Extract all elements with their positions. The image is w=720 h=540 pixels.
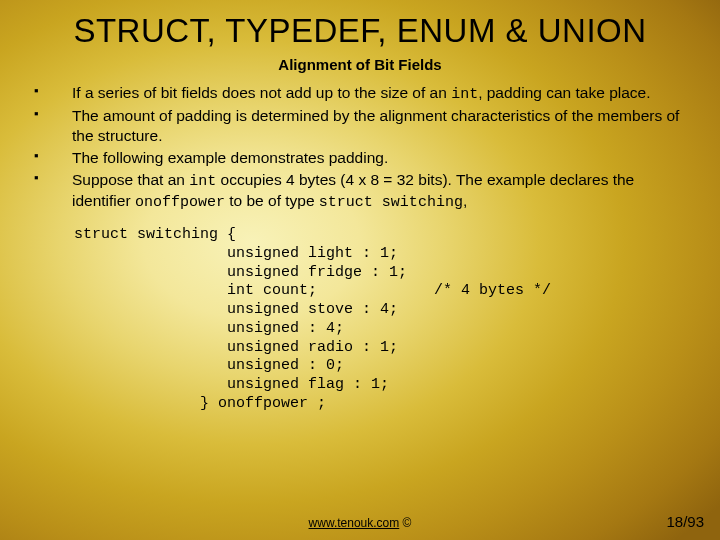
footer: www.tenouk.com © <box>0 516 720 530</box>
inline-code: int <box>451 86 478 103</box>
copyright-text: © <box>399 516 411 530</box>
bullet-item: If a series of bit fields does not add u… <box>30 83 690 104</box>
bullet-item: The following example demonstrates paddi… <box>30 148 690 168</box>
bullet-item: Suppose that an int occupies 4 bytes (4 … <box>30 170 690 212</box>
bullet-text: The amount of padding is determined by t… <box>72 107 679 144</box>
slide-subtitle: Alignment of Bit Fields <box>0 52 720 83</box>
content-area: If a series of bit fields does not add u… <box>0 83 720 414</box>
inline-code: onoffpower <box>135 194 225 211</box>
slide-title: STRUCT, TYPEDEF, ENUM & UNION <box>0 0 720 52</box>
bullet-text: , <box>463 192 467 209</box>
bullet-text: If a series of bit fields does not add u… <box>72 84 451 101</box>
bullet-text: Suppose that an <box>72 171 189 188</box>
bullet-text: to be of type <box>225 192 319 209</box>
bullet-list: If a series of bit fields does not add u… <box>30 83 690 212</box>
code-block: struct switching { unsigned light : 1; u… <box>74 226 690 414</box>
bullet-text: The following example demonstrates paddi… <box>72 149 388 166</box>
bullet-item: The amount of padding is determined by t… <box>30 106 690 146</box>
bullet-text: , padding can take place. <box>478 84 650 101</box>
inline-code: int <box>189 173 216 190</box>
inline-code: struct switching <box>319 194 463 211</box>
footer-link[interactable]: www.tenouk.com <box>309 516 400 530</box>
page-number: 18/93 <box>666 513 704 530</box>
